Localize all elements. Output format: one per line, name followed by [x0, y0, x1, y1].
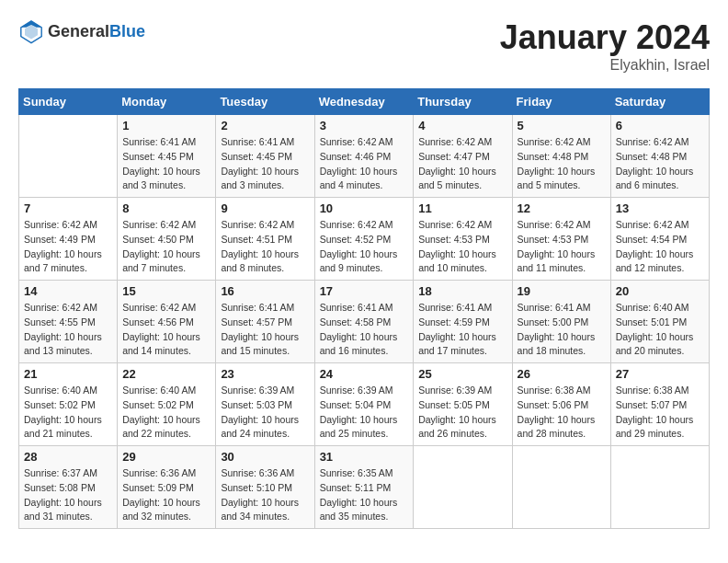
calendar-cell: 31Sunrise: 6:35 AMSunset: 5:11 PMDayligh… [314, 446, 414, 529]
day-detail: Sunrise: 6:42 AMSunset: 4:48 PMDaylight:… [616, 135, 704, 193]
calendar-cell [414, 446, 512, 529]
calendar-week-row: 21Sunrise: 6:40 AMSunset: 5:02 PMDayligh… [19, 363, 710, 446]
day-detail: Sunrise: 6:36 AMSunset: 5:09 PMDaylight:… [122, 466, 210, 524]
day-detail: Sunrise: 6:39 AMSunset: 5:05 PMDaylight:… [418, 384, 506, 442]
day-detail: Sunrise: 6:42 AMSunset: 4:49 PMDaylight:… [24, 218, 112, 276]
calendar-cell: 7Sunrise: 6:42 AMSunset: 4:49 PMDaylight… [19, 198, 118, 281]
calendar-cell: 13Sunrise: 6:42 AMSunset: 4:54 PMDayligh… [610, 198, 709, 281]
logo: GeneralBlue [18, 18, 145, 44]
day-number: 26 [518, 367, 606, 381]
calendar-week-row: 28Sunrise: 6:37 AMSunset: 5:08 PMDayligh… [19, 446, 710, 529]
calendar-cell: 10Sunrise: 6:42 AMSunset: 4:52 PMDayligh… [314, 198, 414, 281]
day-number: 4 [418, 119, 506, 132]
day-detail: Sunrise: 6:41 AMSunset: 4:45 PMDaylight:… [221, 135, 309, 193]
calendar-cell: 17Sunrise: 6:41 AMSunset: 4:58 PMDayligh… [314, 281, 414, 363]
day-number: 6 [616, 119, 704, 132]
calendar-location: Elyakhin, Israel [500, 57, 710, 74]
calendar-cell: 26Sunrise: 6:38 AMSunset: 5:06 PMDayligh… [512, 363, 610, 446]
day-detail: Sunrise: 6:36 AMSunset: 5:10 PMDaylight:… [221, 466, 309, 524]
day-number: 19 [518, 284, 606, 298]
day-detail: Sunrise: 6:42 AMSunset: 4:56 PMDaylight:… [122, 301, 210, 359]
day-number: 25 [418, 367, 506, 381]
calendar-cell: 18Sunrise: 6:41 AMSunset: 4:59 PMDayligh… [414, 281, 512, 363]
calendar-cell: 20Sunrise: 6:40 AMSunset: 5:01 PMDayligh… [610, 281, 709, 363]
weekday-header: Tuesday [216, 89, 314, 115]
calendar-cell: 11Sunrise: 6:42 AMSunset: 4:53 PMDayligh… [414, 198, 512, 281]
weekday-header: Saturday [610, 89, 709, 115]
day-number: 10 [320, 201, 409, 215]
calendar-table: SundayMondayTuesdayWednesdayThursdayFrid… [18, 88, 710, 529]
day-number: 30 [221, 450, 309, 464]
day-detail: Sunrise: 6:41 AMSunset: 4:58 PMDaylight:… [320, 301, 409, 359]
day-detail: Sunrise: 6:41 AMSunset: 4:59 PMDaylight:… [418, 301, 506, 359]
day-detail: Sunrise: 6:42 AMSunset: 4:53 PMDaylight:… [418, 218, 506, 276]
day-number: 11 [418, 201, 506, 215]
day-number: 29 [122, 450, 210, 464]
day-number: 22 [122, 367, 210, 381]
weekday-header: Monday [118, 89, 216, 115]
day-detail: Sunrise: 6:40 AMSunset: 5:02 PMDaylight:… [24, 384, 112, 442]
calendar-cell: 25Sunrise: 6:39 AMSunset: 5:05 PMDayligh… [414, 363, 512, 446]
day-number: 13 [616, 201, 704, 215]
logo-text: GeneralBlue [48, 22, 145, 41]
weekday-header: Wednesday [314, 89, 414, 115]
calendar-cell: 30Sunrise: 6:36 AMSunset: 5:10 PMDayligh… [216, 446, 314, 529]
day-detail: Sunrise: 6:39 AMSunset: 5:04 PMDaylight:… [320, 384, 409, 442]
day-detail: Sunrise: 6:42 AMSunset: 4:51 PMDaylight:… [221, 218, 309, 276]
day-number: 1 [122, 119, 210, 132]
day-detail: Sunrise: 6:42 AMSunset: 4:48 PMDaylight:… [518, 135, 606, 193]
calendar-cell: 27Sunrise: 6:38 AMSunset: 5:07 PMDayligh… [610, 363, 709, 446]
day-detail: Sunrise: 6:42 AMSunset: 4:50 PMDaylight:… [122, 218, 210, 276]
calendar-cell: 23Sunrise: 6:39 AMSunset: 5:03 PMDayligh… [216, 363, 314, 446]
day-detail: Sunrise: 6:41 AMSunset: 4:45 PMDaylight:… [122, 135, 210, 193]
day-detail: Sunrise: 6:39 AMSunset: 5:03 PMDaylight:… [221, 384, 309, 442]
page-header: GeneralBlue January 2024 Elyakhin, Israe… [18, 18, 710, 74]
logo-blue: Blue [109, 22, 145, 40]
day-number: 23 [221, 367, 309, 381]
calendar-cell: 28Sunrise: 6:37 AMSunset: 5:08 PMDayligh… [19, 446, 118, 529]
day-detail: Sunrise: 6:42 AMSunset: 4:47 PMDaylight:… [418, 135, 506, 193]
day-number: 8 [122, 201, 210, 215]
calendar-cell: 16Sunrise: 6:41 AMSunset: 4:57 PMDayligh… [216, 281, 314, 363]
day-detail: Sunrise: 6:38 AMSunset: 5:07 PMDaylight:… [616, 384, 704, 442]
day-number: 24 [320, 367, 409, 381]
calendar-cell [610, 446, 709, 529]
day-detail: Sunrise: 6:38 AMSunset: 5:06 PMDaylight:… [518, 384, 606, 442]
calendar-cell: 9Sunrise: 6:42 AMSunset: 4:51 PMDaylight… [216, 198, 314, 281]
day-detail: Sunrise: 6:35 AMSunset: 5:11 PMDaylight:… [320, 466, 409, 524]
day-number: 21 [24, 367, 112, 381]
calendar-title: January 2024 [500, 18, 710, 57]
day-number: 5 [518, 119, 606, 132]
logo-icon [18, 18, 44, 44]
day-detail: Sunrise: 6:42 AMSunset: 4:55 PMDaylight:… [24, 301, 112, 359]
calendar-cell: 6Sunrise: 6:42 AMSunset: 4:48 PMDaylight… [610, 115, 709, 198]
calendar-cell: 8Sunrise: 6:42 AMSunset: 4:50 PMDaylight… [118, 198, 216, 281]
day-number: 31 [320, 450, 409, 464]
calendar-week-row: 14Sunrise: 6:42 AMSunset: 4:55 PMDayligh… [19, 281, 710, 363]
calendar-cell: 2Sunrise: 6:41 AMSunset: 4:45 PMDaylight… [216, 115, 314, 198]
calendar-cell [512, 446, 610, 529]
calendar-cell: 3Sunrise: 6:42 AMSunset: 4:46 PMDaylight… [314, 115, 414, 198]
calendar-cell: 14Sunrise: 6:42 AMSunset: 4:55 PMDayligh… [19, 281, 118, 363]
day-detail: Sunrise: 6:42 AMSunset: 4:54 PMDaylight:… [616, 218, 704, 276]
calendar-cell: 5Sunrise: 6:42 AMSunset: 4:48 PMDaylight… [512, 115, 610, 198]
calendar-week-row: 7Sunrise: 6:42 AMSunset: 4:49 PMDaylight… [19, 198, 710, 281]
day-number: 12 [518, 201, 606, 215]
day-number: 3 [320, 119, 409, 132]
day-detail: Sunrise: 6:41 AMSunset: 5:00 PMDaylight:… [518, 301, 606, 359]
calendar-cell: 22Sunrise: 6:40 AMSunset: 5:02 PMDayligh… [118, 363, 216, 446]
day-number: 7 [24, 201, 112, 215]
calendar-cell: 19Sunrise: 6:41 AMSunset: 5:00 PMDayligh… [512, 281, 610, 363]
day-number: 27 [616, 367, 704, 381]
day-number: 14 [24, 284, 112, 298]
title-block: January 2024 Elyakhin, Israel [500, 18, 710, 74]
day-number: 2 [221, 119, 309, 132]
calendar-cell: 12Sunrise: 6:42 AMSunset: 4:53 PMDayligh… [512, 198, 610, 281]
weekday-header: Sunday [19, 89, 118, 115]
day-detail: Sunrise: 6:42 AMSunset: 4:46 PMDaylight:… [320, 135, 409, 193]
day-number: 18 [418, 284, 506, 298]
day-detail: Sunrise: 6:42 AMSunset: 4:53 PMDaylight:… [518, 218, 606, 276]
day-detail: Sunrise: 6:41 AMSunset: 4:57 PMDaylight:… [221, 301, 309, 359]
day-number: 9 [221, 201, 309, 215]
calendar-cell: 21Sunrise: 6:40 AMSunset: 5:02 PMDayligh… [19, 363, 118, 446]
